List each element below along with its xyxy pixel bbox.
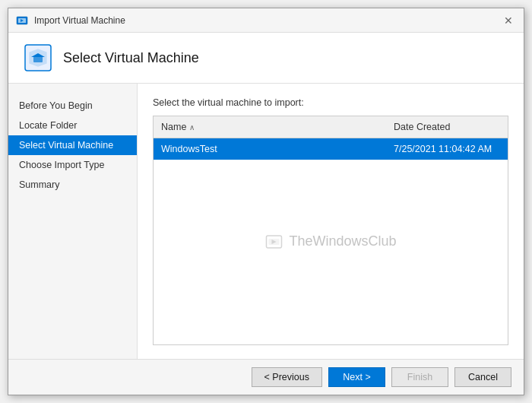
title-bar-left: Import Virtual Machine — [16, 14, 125, 27]
svg-marker-9 — [271, 240, 276, 244]
svg-rect-7 — [266, 236, 281, 248]
col-header-date: Date Created — [386, 119, 508, 135]
header-icon — [24, 43, 52, 72]
page-title: Select Virtual Machine — [63, 50, 199, 66]
close-button[interactable]: ✕ — [501, 13, 516, 28]
title-bar: Import Virtual Machine ✕ — [8, 8, 524, 33]
svg-rect-8 — [268, 239, 279, 245]
sidebar-item-choose-import-type[interactable]: Choose Import Type — [8, 155, 137, 175]
sidebar-item-select-vm[interactable]: Select Virtual Machine — [8, 135, 137, 155]
dialog-icon — [16, 14, 28, 27]
import-dialog: Import Virtual Machine ✕ Select Virtual … — [8, 8, 524, 395]
sidebar: Before You Begin Locate Folder Select Vi… — [8, 84, 138, 359]
title-bar-text: Import Virtual Machine — [34, 15, 125, 26]
table-row[interactable]: WindowsTest 7/25/2021 11:04:42 AM — [154, 138, 508, 160]
vm-row-name: WindowsTest — [154, 141, 386, 157]
previous-button[interactable]: < Previous — [252, 367, 322, 387]
watermark: TheWindowsClub — [264, 233, 396, 251]
sidebar-item-before-you-begin[interactable]: Before You Begin — [8, 96, 137, 116]
next-button[interactable]: Next > — [328, 367, 385, 387]
vm-table-header: Name ∧ Date Created — [154, 116, 508, 138]
vm-row-date: 7/25/2021 11:04:42 AM — [386, 141, 508, 157]
finish-button: Finish — [391, 367, 448, 387]
sidebar-item-summary[interactable]: Summary — [8, 175, 137, 195]
vm-table-body[interactable]: WindowsTest 7/25/2021 11:04:42 AM TheWin… — [154, 138, 508, 344]
cancel-button[interactable]: Cancel — [454, 367, 511, 387]
col-header-name: Name ∧ — [154, 119, 386, 135]
sort-arrow-icon: ∧ — [189, 123, 195, 132]
footer: < Previous Next > Finish Cancel — [8, 359, 524, 395]
main-content: Select the virtual machine to import: Na… — [138, 84, 524, 359]
body: Before You Begin Locate Folder Select Vi… — [8, 84, 524, 359]
header: Select Virtual Machine — [8, 33, 524, 84]
sidebar-item-locate-folder[interactable]: Locate Folder — [8, 116, 137, 135]
content-instruction: Select the virtual machine to import: — [153, 97, 508, 108]
watermark-text: TheWindowsClub — [289, 233, 396, 249]
vm-table: Name ∧ Date Created WindowsTest 7/25/202… — [153, 116, 508, 345]
